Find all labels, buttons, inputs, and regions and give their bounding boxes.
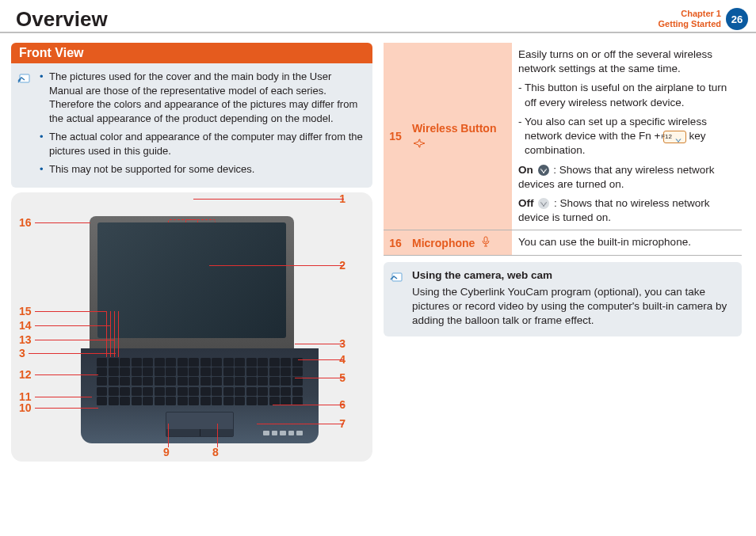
tip-body: Using the Cyberlink YouCam program (opti…: [412, 285, 734, 329]
airplane-icon: [412, 138, 507, 151]
callout-9: 9: [163, 446, 170, 458]
wifi-on-icon: [538, 165, 549, 176]
f12-key-icon: F12: [663, 131, 686, 143]
row-label: Wireless Button: [407, 43, 512, 230]
row-description: You can use the built-in microphone.: [512, 230, 742, 254]
note-box: The pictures used for the cover and the …: [11, 63, 372, 188]
callout-8: 8: [212, 446, 219, 458]
callout-11: 11: [19, 390, 32, 403]
callout-15: 15: [19, 305, 32, 317]
table-row: 15 Wireless Button Easily turns on or of…: [384, 43, 742, 230]
status-leds: [263, 431, 303, 435]
page-header: Overview Chapter 1 Getting Started 26: [0, 0, 756, 33]
svg-point-1: [678, 141, 679, 143]
tip-title: Using the camera, web cam: [412, 268, 734, 283]
callout-12: 12: [19, 368, 32, 381]
left-column: Front View The pictures used for the cov…: [11, 43, 372, 462]
tip-icon: [388, 268, 406, 290]
table-row: 16 Microphone You can use the built-in m…: [384, 230, 742, 255]
chapter-label: Chapter 1 Getting Started: [659, 9, 721, 29]
laptop-figure: SAMSUNG 1 2 3 4 5 6 7 8 9 10 11: [11, 192, 372, 462]
keyboard: [97, 358, 303, 405]
row-number: 16: [384, 230, 407, 254]
row-number: 15: [384, 43, 407, 230]
page-number-badge: 26: [726, 8, 748, 30]
row-description: Easily turns on or off the several wirel…: [512, 43, 742, 230]
callout-16: 16: [19, 216, 32, 229]
row-label: Microphone: [407, 230, 512, 254]
note-item: This may not be supported for some devic…: [40, 162, 365, 177]
svg-rect-4: [484, 237, 487, 242]
right-column: 15 Wireless Button Easily turns on or of…: [384, 43, 742, 462]
note-item: The pictures used for the cover and the …: [40, 70, 365, 125]
section-heading: Front View: [11, 43, 372, 63]
components-table: 15 Wireless Button Easily turns on or of…: [384, 43, 742, 256]
note-icon: [16, 70, 33, 91]
page-title: Overview: [16, 7, 659, 32]
callout-13: 13: [19, 333, 32, 346]
callout-14: 14: [19, 319, 32, 332]
note-item: The actual color and appearance of the c…: [40, 130, 365, 158]
microphone-icon: [481, 237, 491, 249]
tip-box: Using the camera, web cam Using the Cybe…: [384, 262, 742, 336]
wifi-off-icon: [538, 198, 549, 209]
content-area: Front View The pictures used for the cov…: [0, 33, 756, 462]
callout-3: 3: [19, 347, 25, 359]
callout-10: 10: [19, 401, 32, 414]
svg-point-2: [543, 172, 544, 173]
touchpad: [166, 412, 234, 437]
svg-point-3: [543, 206, 544, 207]
